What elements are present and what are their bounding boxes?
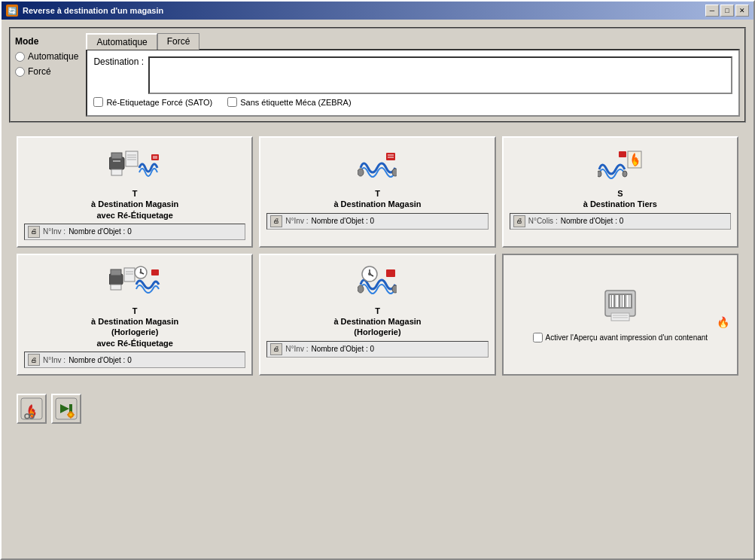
svg-point-30 — [140, 272, 142, 274]
card4-icon-svg — [109, 263, 160, 300]
svg-rect-49 — [611, 313, 629, 321]
svg-rect-3 — [113, 160, 120, 162]
minimize-button[interactable]: ─ — [705, 5, 719, 17]
card4-info: 🖨 N°Inv : Nombre d'Objet : 0 — [24, 352, 245, 368]
card4-info-label: N°Inv : — [43, 356, 65, 364]
svg-rect-21 — [111, 269, 121, 275]
card-print-apercu[interactable]: 🔥 Activer l'Aperçu avant impression d'un… — [502, 254, 738, 376]
svg-point-31 — [358, 285, 364, 293]
card3-title: S à Destination Tiers — [583, 188, 657, 210]
radio-force[interactable]: Forcé — [15, 66, 78, 77]
title-bar: 🔄 Reverse à destination d'un magasin ─ □… — [2, 2, 753, 20]
card5-info: 🖨 N°Inv : Nombre d'Objet : 0 — [266, 341, 488, 358]
card2-title: T à Destination Magasin — [333, 188, 421, 210]
checkbox-retiquetage-input[interactable] — [93, 97, 103, 107]
svg-point-12 — [392, 169, 397, 176]
card3-info: 🖨 N°Colis : Nombre d'Objet : 0 — [510, 213, 731, 230]
tab-force[interactable]: Forcé — [157, 33, 200, 50]
activate-apercu-label[interactable]: Activer l'Aperçu avant impression d'un c… — [533, 333, 708, 342]
card6-icon-svg — [601, 288, 640, 327]
svg-rect-8 — [151, 154, 159, 160]
actions-grid: T à Destination Magasin avec Ré-Étiqueta… — [9, 129, 746, 383]
checkbox-sans-etiquette[interactable]: Sans étiquette Méca (ZEBRA) — [227, 97, 351, 107]
card1-info-value: Nombre d'Objet : 0 — [68, 227, 132, 236]
activate-apercu-checkbox[interactable] — [533, 333, 543, 342]
svg-rect-13 — [386, 153, 395, 160]
card4-info-icon: 🖨 — [28, 354, 40, 366]
card-destination-magasin-retiquetage[interactable]: T à Destination Magasin avec Ré-Étiqueta… — [17, 136, 253, 248]
card-dest-magasin-horl-retiq[interactable]: T à Destination Magasin (Horlogerie) ave… — [17, 254, 253, 376]
mode-radios: Automatique Forcé — [15, 48, 78, 77]
card3-info-icon: 🖨 — [513, 215, 525, 227]
card4-icon-area — [24, 261, 245, 303]
card6-icon-area: 🔥 — [510, 287, 731, 328]
next-icon — [54, 397, 78, 421]
card2-info-value: Nombre d'Objet : 0 — [311, 217, 374, 225]
svg-rect-26 — [151, 269, 159, 275]
svg-rect-33 — [386, 269, 395, 277]
card1-info-label: N°Inv : — [43, 227, 65, 236]
card-destination-tiers[interactable]: S à Destination Tiers 🖨 N°Colis : Nombre… — [502, 136, 738, 248]
radio-automatique[interactable]: Automatique — [15, 51, 78, 62]
window-title: Reverse à destination d'un magasin — [23, 6, 163, 15]
title-buttons: ─ □ ✕ — [705, 5, 749, 17]
warning-icon: 🔥 — [717, 316, 729, 328]
window-content: Mode Automatique Forcé Automatique Forcé — [2, 20, 753, 558]
card1-title: T à Destination Magasin avec Ré-Étiqueta… — [91, 188, 178, 221]
card1-info-icon: 🖨 — [28, 226, 40, 238]
card5-info-value: Nombre d'Objet : 0 — [311, 345, 374, 353]
svg-point-11 — [358, 169, 364, 176]
checkbox-retiquetage[interactable]: Ré-Etiquetage Forcé (SATO) — [93, 97, 212, 107]
title-bar-left: 🔄 Reverse à destination d'un magasin — [6, 5, 163, 17]
radio-automatique-input[interactable] — [15, 52, 25, 62]
card5-icon-svg — [358, 263, 397, 300]
radio-force-label: Forcé — [28, 66, 51, 77]
close-button[interactable]: ✕ — [735, 5, 749, 17]
svg-point-32 — [392, 285, 397, 293]
tab-content: Destination : Ré-Etiquetage Forcé (SATO)… — [86, 49, 740, 117]
card2-info-icon: 🖨 — [270, 215, 282, 227]
next-button[interactable] — [51, 394, 81, 424]
card2-icon-area — [266, 144, 488, 185]
svg-rect-22 — [111, 285, 121, 290]
tab-automatique[interactable]: Automatique — [86, 33, 157, 50]
svg-rect-2 — [111, 169, 122, 175]
card1-info: 🖨 N°Inv : Nombre d'Objet : 0 — [24, 224, 245, 240]
svg-point-17 — [623, 171, 627, 177]
card1-icon-area — [24, 144, 245, 185]
checkbox-sans-etiquette-input[interactable] — [227, 97, 237, 107]
radio-automatique-label: Automatique — [28, 51, 78, 62]
destination-textarea[interactable] — [148, 56, 732, 94]
card3-info-value: Nombre d'Objet : 0 — [561, 217, 624, 225]
mode-section: Mode Automatique Forcé Automatique Forcé — [9, 27, 746, 123]
card1-icon-svg — [109, 147, 160, 183]
maximize-button[interactable]: □ — [720, 5, 734, 17]
main-window: 🔄 Reverse à destination d'un magasin ─ □… — [0, 0, 755, 560]
delete-button[interactable] — [17, 394, 47, 424]
svg-rect-23 — [124, 268, 135, 282]
card2-info: 🖨 N°Inv : Nombre d'Objet : 0 — [266, 213, 488, 230]
card2-info-label: N°Inv : — [285, 217, 308, 225]
card3-info-label: N°Colis : — [528, 217, 558, 225]
card5-info-icon: 🖨 — [270, 343, 282, 355]
checkboxes-row: Ré-Etiquetage Forcé (SATO) Sans étiquett… — [93, 97, 732, 107]
svg-point-60 — [69, 413, 72, 416]
card5-icon-area — [266, 261, 488, 303]
card5-info-label: N°Inv : — [285, 345, 308, 353]
svg-rect-1 — [111, 153, 122, 159]
checkbox-retiquetage-label: Ré-Etiquetage Forcé (SATO) — [106, 98, 212, 107]
card-dest-magasin-horl[interactable]: T à Destination Magasin (Horlogerie) 🖨 N… — [259, 254, 495, 376]
radio-force-input[interactable] — [15, 67, 25, 77]
card-destination-magasin[interactable]: T à Destination Magasin 🖨 N°Inv : Nombre… — [259, 136, 495, 248]
checkbox-sans-etiquette-label: Sans étiquette Méca (ZEBRA) — [240, 98, 351, 107]
svg-rect-18 — [619, 151, 626, 157]
card4-info-value: Nombre d'Objet : 0 — [68, 356, 132, 364]
card3-icon-svg — [598, 147, 643, 183]
window-icon: 🔄 — [6, 5, 18, 17]
card3-icon-area — [510, 144, 731, 185]
svg-point-16 — [598, 171, 601, 177]
destination-label: Destination : — [93, 56, 144, 67]
tab-list: Automatique Forcé — [86, 33, 740, 50]
mode-label: Mode — [15, 33, 78, 47]
card5-title: T à Destination Magasin (Horlogerie) — [333, 306, 421, 338]
